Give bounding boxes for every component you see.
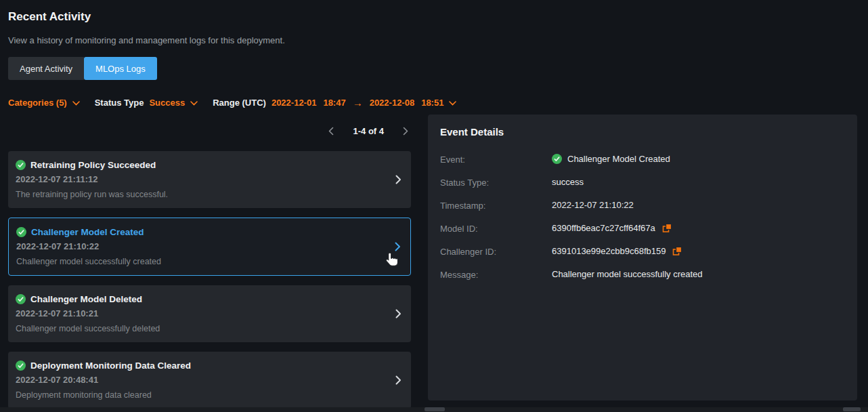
copy-icon[interactable] — [662, 223, 672, 233]
range-arrow-icon: → — [353, 97, 363, 108]
chevron-right-icon[interactable] — [395, 242, 401, 251]
page-title: Recent Activity — [8, 0, 857, 24]
detail-value: 2022-12-07 21:10:22 — [552, 200, 634, 210]
detail-row: Timestamp: 2022-12-07 21:10:22 — [440, 200, 845, 211]
success-check-icon — [16, 160, 26, 170]
main-content: 1-4 of 4 Retraining Policy Succeeded 202… — [0, 115, 868, 409]
pagination-next-button[interactable] — [400, 127, 411, 136]
event-details-rows: Event: Challenger Model Created Status T… — [440, 154, 845, 280]
page-subtitle: View a history of monitoring and managem… — [8, 35, 857, 45]
event-description: Challenger model successfully deleted — [16, 324, 400, 333]
event-details-title: Event Details — [440, 126, 845, 138]
filter-categories[interactable]: Categories (5) — [8, 98, 80, 108]
chevron-down-icon — [449, 101, 456, 106]
pagination: 1-4 of 4 — [8, 123, 411, 138]
chevron-down-icon — [72, 101, 80, 106]
detail-row: Model ID: 6390ffb6eac7c27cff64f67a — [440, 223, 845, 234]
tab-agent-activity[interactable]: Agent Activity — [8, 57, 84, 80]
filter-status-type[interactable]: Status Type Success — [95, 98, 198, 108]
filter-status-type-label: Status Type — [95, 98, 144, 108]
detail-value: Challenger model successfully created — [552, 269, 703, 279]
event-timestamp: 2022-12-07 21:10:22 — [16, 241, 399, 251]
success-check-icon — [552, 154, 562, 164]
chevron-right-icon[interactable] — [395, 175, 402, 184]
scrollbar-corner — [843, 407, 861, 411]
detail-row: Message: Challenger model successfully c… — [440, 269, 845, 280]
horizontal-scrollbar-thumb[interactable] — [425, 407, 445, 411]
event-description: Challenger model successfully created — [16, 257, 399, 266]
filter-date-range[interactable]: Range (UTC) 2022-12-01 18:47 → 2022-12-0… — [213, 97, 456, 108]
event-list: Retraining Policy Succeeded 2022-12-07 2… — [8, 151, 411, 409]
event-list-column: 1-4 of 4 Retraining Policy Succeeded 202… — [8, 115, 411, 409]
filter-categories-label: Categories (5) — [8, 98, 67, 108]
detail-row: Challenger ID: 6391013e99e2cbb9c68fb159 — [440, 246, 845, 257]
pagination-prev-button[interactable] — [326, 127, 337, 136]
tab-mlops-logs[interactable]: MLOps Logs — [84, 57, 157, 80]
detail-value: Challenger Model Created — [567, 154, 670, 164]
success-check-icon — [16, 294, 26, 304]
detail-row: Status Type: success — [440, 177, 845, 188]
event-description: Deployment monitoring data cleared — [16, 390, 400, 400]
range-end-date: 2022-12-08 — [370, 98, 415, 108]
event-timestamp: 2022-12-07 20:48:41 — [16, 375, 400, 385]
detail-label: Status Type: — [440, 177, 552, 188]
chevron-right-icon[interactable] — [395, 309, 402, 318]
event-timestamp: 2022-12-07 21:10:21 — [16, 308, 400, 318]
event-title: Retraining Policy Succeeded — [30, 160, 156, 170]
filter-status-type-value: Success — [149, 98, 185, 108]
event-title: Challenger Model Created — [31, 227, 144, 237]
detail-value: 6391013e99e2cbb9c68fb159 — [552, 246, 666, 256]
detail-row: Event: Challenger Model Created — [440, 154, 845, 165]
tab-agent-activity-label: Agent Activity — [20, 64, 72, 74]
event-list-item[interactable]: Challenger Model Deleted 2022-12-07 21:1… — [8, 285, 411, 342]
success-check-icon — [16, 227, 26, 237]
tab-mlops-logs-label: MLOps Logs — [95, 64, 146, 74]
event-description: The retraining policy run was successful… — [16, 190, 400, 199]
detail-value: 6390ffb6eac7c27cff64f67a — [552, 223, 655, 233]
event-details-panel: Event Details Event: Challenger Model Cr… — [428, 115, 857, 400]
event-list-item[interactable]: Retraining Policy Succeeded 2022-12-07 2… — [8, 151, 411, 208]
range-end-time: 18:51 — [421, 98, 443, 108]
detail-label: Model ID: — [440, 223, 552, 234]
chevron-down-icon — [190, 101, 198, 106]
range-start-date: 2022-12-01 — [272, 98, 317, 108]
filter-range-label: Range (UTC) — [213, 98, 266, 108]
pagination-label: 1-4 of 4 — [353, 126, 384, 136]
event-title: Deployment Monitoring Data Cleared — [30, 360, 191, 371]
detail-label: Message: — [440, 269, 552, 280]
detail-label: Timestamp: — [440, 200, 552, 211]
detail-value: success — [552, 177, 584, 187]
filter-range-value: 2022-12-01 18:47 → 2022-12-08 18:51 — [272, 97, 444, 108]
event-list-item[interactable]: Deployment Monitoring Data Cleared 2022-… — [8, 352, 411, 409]
detail-label: Challenger ID: — [440, 246, 552, 257]
success-check-icon — [16, 360, 26, 371]
detail-label: Event: — [440, 154, 552, 165]
chevron-right-icon[interactable] — [395, 375, 402, 385]
event-title: Challenger Model Deleted — [30, 294, 142, 304]
page-header: Recent Activity View a history of monito… — [0, 0, 868, 108]
activity-tabs: Agent Activity MLOps Logs — [8, 57, 857, 80]
copy-icon[interactable] — [672, 246, 682, 256]
event-timestamp: 2022-12-07 21:11:12 — [16, 174, 400, 184]
event-list-item[interactable]: Challenger Model Created 2022-12-07 21:1… — [8, 218, 411, 276]
range-start-time: 18:47 — [323, 98, 345, 108]
filter-bar: Categories (5) Status Type Success Range… — [8, 97, 857, 108]
